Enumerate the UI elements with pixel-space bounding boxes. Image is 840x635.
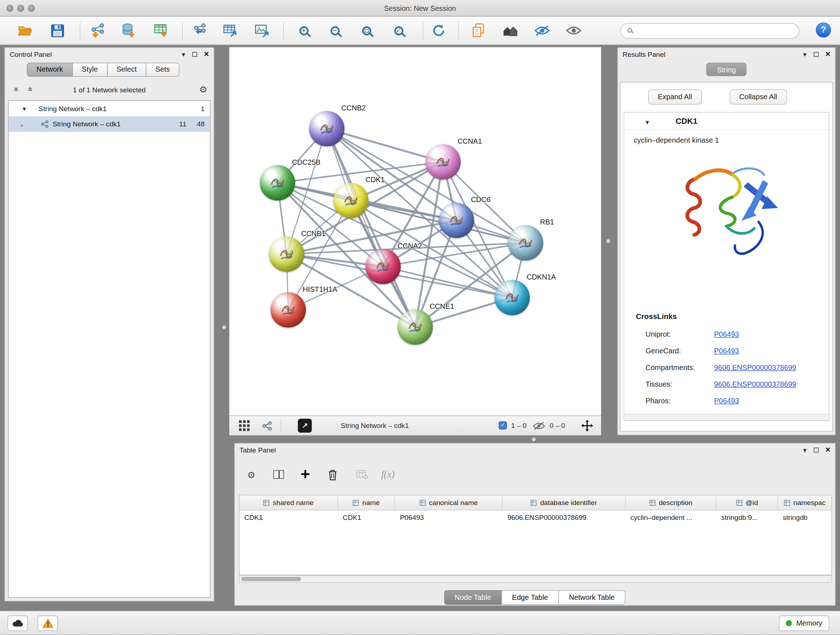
column-header[interactable]: namespac <box>778 495 832 510</box>
export-network-button[interactable] <box>188 20 210 41</box>
network-node-label[interactable]: CCNB1 <box>301 230 325 238</box>
tab-style[interactable]: Style <box>72 63 107 77</box>
network-collection-row[interactable]: String Network – cdk1 1 <box>9 101 210 116</box>
crosslink-link[interactable]: P06493 <box>714 330 739 338</box>
network-node-label[interactable]: CDK1 <box>365 176 385 184</box>
collection-expand-icon[interactable] <box>22 105 26 112</box>
zoom-in-button[interactable]: + <box>293 20 314 41</box>
function-builder-button[interactable]: f(x) <box>377 464 399 485</box>
collapse-all-button[interactable]: Collapse All <box>729 89 787 104</box>
hide-selected-button[interactable] <box>531 20 553 41</box>
tab-edge-table[interactable]: Edge Table <box>501 590 559 605</box>
selected-nodes-checkbox-icon[interactable] <box>499 421 507 429</box>
import-network-from-database-button[interactable] <box>118 20 139 41</box>
table-cell[interactable]: cyclin–dependent ... <box>625 510 716 525</box>
tab-network[interactable]: Network <box>27 63 73 77</box>
gene-collapse-icon[interactable] <box>645 117 649 127</box>
column-header[interactable]: canonical name <box>395 495 502 510</box>
table-cell[interactable]: CDK1 <box>240 510 338 525</box>
crosslink-link[interactable]: P06493 <box>714 347 739 355</box>
cloud-status-button[interactable] <box>8 616 28 631</box>
collapse-panel-icon[interactable] <box>182 49 185 59</box>
create-column-button[interactable] <box>294 464 316 485</box>
table-cell[interactable]: P06493 <box>395 510 502 525</box>
import-table-from-file-button[interactable] <box>150 20 172 41</box>
table-row[interactable]: CDK1 CDK1 P06493 9606.ENSP00000378699 cy… <box>240 510 831 525</box>
tab-sets[interactable]: Sets <box>146 63 180 77</box>
crosslink-link[interactable]: 9606.ENSP00000378699 <box>714 363 796 371</box>
network-share-view-button[interactable] <box>256 415 278 436</box>
zoom-selected-button[interactable]: ✓ <box>388 20 409 41</box>
export-table-button[interactable] <box>219 20 241 41</box>
column-header[interactable]: shared name <box>240 495 338 510</box>
column-header[interactable]: name <box>338 495 395 510</box>
import-network-from-file-button[interactable] <box>87 20 109 41</box>
network-node-label[interactable]: CDKN1A <box>527 273 556 281</box>
open-session-button[interactable] <box>14 20 36 41</box>
splitter-handle-bottom[interactable] <box>531 437 536 442</box>
copy-style-button[interactable] <box>468 20 489 41</box>
splitter-handle-right[interactable] <box>606 239 611 243</box>
float-panel-icon[interactable] <box>192 52 197 57</box>
results-scrollbar[interactable] <box>624 414 829 420</box>
search-input[interactable] <box>637 25 794 37</box>
delete-column-button[interactable] <box>322 464 343 485</box>
table-cell[interactable]: stringdb <box>778 510 831 525</box>
tab-node-table[interactable]: Node Table <box>444 590 502 605</box>
close-panel-icon[interactable] <box>826 445 831 455</box>
network-node-CCNB2[interactable] <box>309 111 344 147</box>
tab-network-table[interactable]: Network Table <box>558 590 625 605</box>
network-row-selected[interactable]: String Network – cdk1 11 48 <box>9 116 210 132</box>
tab-select[interactable]: Select <box>107 63 146 77</box>
network-node-label[interactable]: CDC6 <box>471 196 491 204</box>
network-node-CCNB1[interactable] <box>269 236 304 272</box>
network-view-canvas[interactable]: CCNB2CCNA1CDC25BCDK1CDC6RB1CCNB1CCNA2CDK… <box>229 47 601 415</box>
network-node-CCNA2[interactable] <box>365 249 401 284</box>
crosslink-link[interactable]: 9606.ENSP00000378699 <box>714 380 796 388</box>
table-cell[interactable]: 9606.ENSP00000378699 <box>502 510 625 525</box>
search-field[interactable] <box>621 23 799 39</box>
help-button[interactable] <box>816 22 831 37</box>
warnings-button[interactable] <box>38 616 58 631</box>
scrollbar-thumb[interactable] <box>241 577 301 581</box>
network-node-CDC25B[interactable] <box>260 165 295 201</box>
network-node-label[interactable]: CCNA1 <box>458 137 482 145</box>
column-header[interactable]: @id <box>717 495 778 510</box>
network-node-RB1[interactable] <box>508 225 543 261</box>
network-node-label[interactable]: RB1 <box>540 218 554 226</box>
table-cell[interactable]: CDK1 <box>338 510 395 525</box>
network-node-label[interactable]: CCNA2 <box>398 242 422 250</box>
close-panel-icon[interactable] <box>826 49 831 59</box>
float-panel-icon[interactable] <box>813 448 818 452</box>
gene-section-header[interactable]: CDK1 <box>624 112 829 130</box>
home-button[interactable] <box>500 20 521 41</box>
zoom-out-button[interactable]: − <box>324 20 346 41</box>
zoom-fit-button[interactable] <box>355 20 377 41</box>
table-cell[interactable]: stringdb:9... <box>716 510 778 525</box>
apply-layout-button[interactable] <box>428 20 449 41</box>
show-all-button[interactable] <box>563 20 584 41</box>
pan-network-button[interactable] <box>576 415 598 436</box>
network-node-HIST1H1A[interactable] <box>271 292 306 328</box>
collapse-panel-icon[interactable] <box>803 49 807 59</box>
export-image-button[interactable] <box>251 20 273 41</box>
save-session-button[interactable] <box>47 20 68 41</box>
network-node-CDKN1A[interactable] <box>494 280 530 315</box>
show-columns-button[interactable] <box>268 464 289 485</box>
close-panel-icon[interactable] <box>204 49 209 59</box>
collapse-panel-icon[interactable] <box>803 445 807 455</box>
memory-button[interactable]: Memory <box>779 616 829 631</box>
tab-string[interactable]: String <box>706 63 746 76</box>
network-node-label[interactable]: CCNE1 <box>430 302 454 310</box>
network-node-label[interactable]: CDC25B <box>292 158 321 166</box>
float-panel-icon[interactable] <box>813 52 818 57</box>
table-horizontal-scrollbar[interactable] <box>239 575 832 583</box>
crosslink-link[interactable]: P06493 <box>714 397 739 405</box>
column-header[interactable]: database identifier <box>502 495 625 510</box>
network-node-CCNE1[interactable] <box>398 309 433 345</box>
network-node-CDC6[interactable] <box>439 203 474 238</box>
splitter-handle-left[interactable] <box>222 325 226 329</box>
expand-all-button[interactable]: Expand All <box>648 89 702 104</box>
network-node-label[interactable]: HIST1H1A <box>303 285 338 293</box>
grid-view-button[interactable] <box>234 415 255 436</box>
